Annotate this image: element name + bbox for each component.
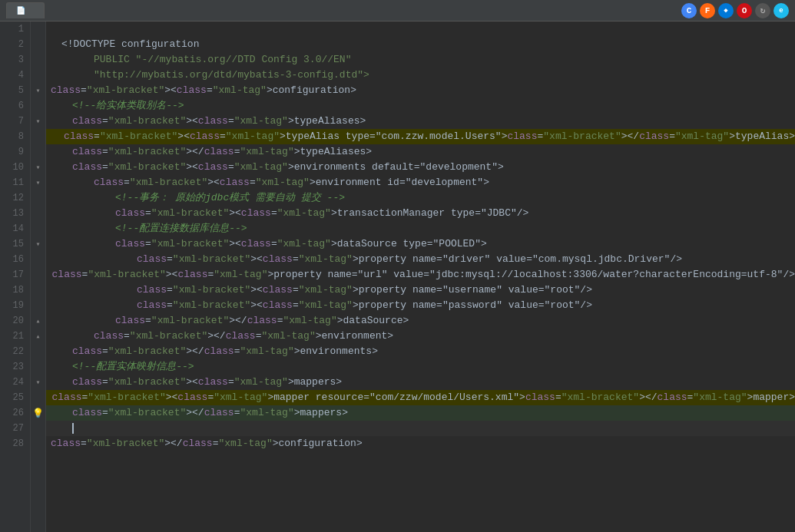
code-content: <!--给实体类取别名--> — [72, 98, 184, 114]
gutter-line — [31, 344, 45, 359]
code-line[interactable]: class="xml-bracket"><class="xml-tag">pro… — [46, 283, 795, 298]
gutter-line — [31, 144, 45, 160]
code-content: <!--事务： 原始的jdbc模式 需要自动 提交 --> — [115, 190, 345, 206]
code-content: <!--配置连接数据库信息--> — [115, 221, 247, 236]
gutter-line — [31, 68, 45, 83]
line-number: 22 — [0, 344, 30, 359]
code-content: class="xml-bracket"><class="xml-tag">dat… — [115, 236, 487, 252]
code-line[interactable]: class="xml-bracket"></class="xml-tag">en… — [46, 344, 795, 359]
code-content: class="xml-bracket"><class="xml-tag">typ… — [64, 129, 795, 144]
line-number: 18 — [0, 283, 30, 298]
code-content: class="xml-bracket"></class="xml-tag">en… — [72, 344, 378, 359]
gutter-line[interactable]: ▾ — [31, 175, 45, 190]
code-line[interactable]: class="xml-bracket"><class="xml-tag">env… — [46, 160, 795, 175]
line-number: 10 — [0, 160, 30, 175]
code-line[interactable]: class="xml-bracket"><class="xml-tag">con… — [46, 83, 795, 98]
fold-icon[interactable]: ▾ — [35, 117, 40, 126]
gutter-line — [31, 283, 45, 298]
line-number: 6 — [0, 98, 30, 114]
line-number: 7 — [0, 114, 30, 129]
fold-icon[interactable]: ▾ — [35, 378, 40, 387]
opera-icon[interactable]: O — [737, 3, 752, 18]
file-tab[interactable]: 📄 — [6, 2, 45, 18]
gutter-line[interactable]: ▴ — [31, 313, 45, 329]
editor-content: 1234567891011121314151617181920212223242… — [0, 21, 795, 532]
code-line[interactable]: class="xml-bracket"><class="xml-tag">env… — [46, 175, 795, 190]
fold-icon[interactable]: ▴ — [35, 332, 40, 341]
fold-icon[interactable]: ▾ — [35, 163, 40, 172]
fold-icon[interactable]: ▾ — [35, 178, 40, 187]
code-line[interactable]: PUBLIC "-//mybatis.org//DTD Config 3.0//… — [46, 52, 795, 68]
refresh-icon[interactable]: ↻ — [755, 3, 770, 18]
code-line[interactable]: <!--配置连接数据库信息--> — [46, 221, 795, 236]
line-number: 14 — [0, 221, 30, 236]
line-number: 24 — [0, 375, 30, 390]
code-content: class="xml-bracket"><class="xml-tag">pro… — [137, 252, 682, 267]
fold-icon[interactable]: ▾ — [35, 240, 40, 249]
gutter-line[interactable]: ▾ — [31, 375, 45, 390]
gutter-line[interactable]: ▾ — [31, 236, 45, 252]
code-content: <!DOCTYPE configuration — [61, 37, 199, 52]
code-content: class="xml-bracket"><class="xml-tag">tra… — [115, 206, 528, 221]
code-content: <!--配置实体映射信息--> — [72, 359, 194, 375]
gutter-line — [31, 252, 45, 267]
code-line[interactable]: class="xml-bracket"></class="xml-tag">en… — [46, 329, 795, 344]
code-area[interactable]: <!DOCTYPE configurationPUBLIC "-//mybati… — [46, 21, 795, 532]
gutter-line — [31, 52, 45, 68]
code-line[interactable]: "http://mybatis.org/dtd/mybatis-3-config… — [46, 68, 795, 83]
code-line[interactable]: <!DOCTYPE configuration — [46, 37, 795, 52]
code-content: class="xml-bracket"><class="xml-tag">pro… — [137, 298, 592, 313]
code-line[interactable]: class="xml-bracket"><class="xml-tag">pro… — [46, 298, 795, 313]
browser-icons-group: C F ◆ O ↻ e — [681, 3, 789, 18]
gutter-line[interactable]: ▾ — [31, 83, 45, 98]
code-line[interactable]: class="xml-bracket"><class="xml-tag">tra… — [46, 206, 795, 221]
title-bar: 📄 C F ◆ O ↻ e — [0, 0, 795, 21]
gutter-line — [31, 221, 45, 236]
fold-icon[interactable]: ▴ — [35, 316, 40, 325]
code-line[interactable]: class="xml-bracket"><class="xml-tag">typ… — [46, 114, 795, 129]
code-line[interactable]: class="xml-bracket"></class="xml-tag">ma… — [46, 405, 795, 421]
code-line[interactable]: <!--配置实体映射信息--> — [46, 359, 795, 375]
line-number: 8 — [0, 129, 30, 144]
gutter-line — [31, 206, 45, 221]
gutter-line[interactable]: ▴ — [31, 329, 45, 344]
lightbulb-marker: 💡 — [32, 408, 44, 419]
gutter-line — [31, 267, 45, 283]
gutter-line[interactable]: ▾ — [31, 114, 45, 129]
ie-icon[interactable]: e — [773, 3, 789, 18]
gutter: ▾▾▾▾▾▴▴▾💡 — [31, 21, 46, 532]
line-number: 17 — [0, 267, 30, 283]
code-content: class="xml-bracket"></class="xml-tag">en… — [94, 329, 393, 344]
code-line[interactable]: <!--给实体类取别名--> — [46, 98, 795, 114]
code-line[interactable]: class="xml-bracket"></class="xml-tag">da… — [46, 313, 795, 329]
gutter-line — [31, 436, 45, 451]
code-line[interactable]: <!--事务： 原始的jdbc模式 需要自动 提交 --> — [46, 190, 795, 206]
line-number: 15 — [0, 236, 30, 252]
line-number: 9 — [0, 144, 30, 160]
edge-icon[interactable]: ◆ — [718, 3, 734, 18]
code-line[interactable]: class="xml-bracket"></class="xml-tag">ty… — [46, 144, 795, 160]
code-content: class="xml-bracket"></class="xml-tag">ty… — [72, 144, 372, 160]
line-number: 19 — [0, 298, 30, 313]
chrome-icon[interactable]: C — [681, 3, 697, 18]
code-line[interactable]: class="xml-bracket"><class="xml-tag">dat… — [46, 236, 795, 252]
code-line[interactable]: class="xml-bracket"></class="xml-tag">co… — [46, 436, 795, 451]
line-number: 21 — [0, 329, 30, 344]
code-line[interactable]: class="xml-bracket"><class="xml-tag">map… — [46, 375, 795, 390]
code-line[interactable]: class="xml-bracket"><class="xml-tag">pro… — [46, 252, 795, 267]
fold-icon[interactable]: ▾ — [35, 86, 40, 95]
line-number: 4 — [0, 68, 30, 83]
xml-file-icon: 📄 — [16, 6, 25, 15]
code-line[interactable]: class="xml-bracket"><class="xml-tag">pro… — [46, 267, 795, 283]
code-line[interactable]: class="xml-bracket"><class="xml-tag">typ… — [46, 129, 795, 144]
code-line[interactable] — [46, 21, 795, 37]
line-number: 11 — [0, 175, 30, 190]
line-number: 1 — [0, 21, 30, 37]
editor: 1234567891011121314151617181920212223242… — [0, 21, 795, 532]
line-number: 25 — [0, 390, 30, 405]
code-content: class="xml-bracket"><class="xml-tag">pro… — [137, 283, 592, 298]
code-line[interactable]: class="xml-bracket"><class="xml-tag">map… — [46, 390, 795, 405]
firefox-icon[interactable]: F — [700, 3, 715, 18]
gutter-line[interactable]: ▾ — [31, 160, 45, 175]
code-line[interactable] — [46, 421, 795, 436]
